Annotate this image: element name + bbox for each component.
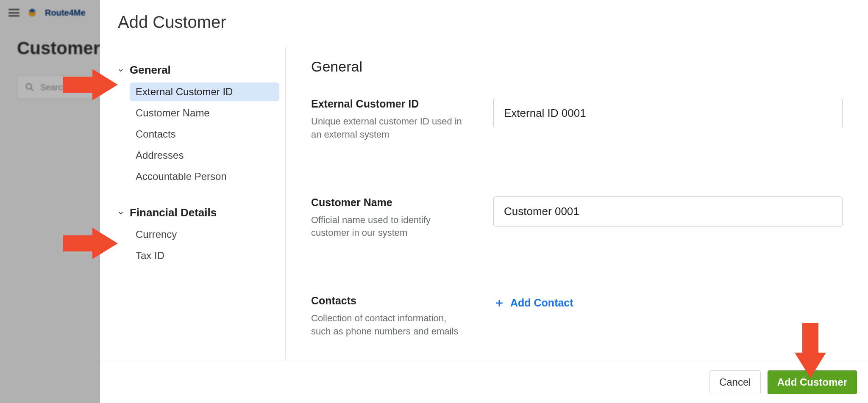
sidebar-item-addresses[interactable]: Addresses	[130, 146, 279, 165]
add-contact-button[interactable]: ＋ Add Contact	[493, 295, 573, 311]
cancel-button[interactable]: Cancel	[709, 370, 761, 394]
sidebar-item-tax-id[interactable]: Tax ID	[130, 246, 279, 265]
field-row-customer-name: Customer Name Official name used to iden…	[311, 196, 843, 240]
sidebar-header-label: General	[130, 63, 171, 77]
sidebar-item-customer-name[interactable]: Customer Name	[130, 104, 279, 122]
field-row-external-customer-id: External Customer ID Unique external cus…	[311, 98, 843, 141]
customer-name-input[interactable]	[493, 196, 843, 227]
add-customer-button[interactable]: Add Customer	[768, 370, 857, 394]
sidebar-item-currency[interactable]: Currency	[130, 225, 279, 244]
add-customer-modal: Add Customer General External Customer I…	[100, 0, 868, 403]
modal-title: Add Customer	[118, 13, 850, 32]
field-label: External Customer ID	[311, 98, 468, 110]
sidebar-header-general[interactable]: General	[117, 63, 279, 77]
modal-footer: Cancel Add Customer	[100, 361, 868, 403]
chevron-down-icon	[117, 209, 125, 217]
add-contact-label: Add Contact	[510, 297, 573, 309]
sidebar-header-label: Financial Details	[130, 206, 217, 219]
cancel-button-label: Cancel	[719, 376, 751, 388]
sidebar-item-external-customer-id[interactable]: External Customer ID	[130, 83, 279, 101]
form-content: General External Customer ID Unique exte…	[286, 47, 868, 361]
sidebar-section-financial: Financial Details Currency Tax ID	[117, 206, 279, 265]
field-label: Customer Name	[311, 196, 468, 209]
field-hint: Collection of contact information, such …	[311, 312, 468, 338]
modal-sidebar: General External Customer ID Customer Na…	[100, 47, 286, 361]
external-customer-id-input[interactable]	[493, 98, 843, 128]
field-hint: Official name used to identify customer …	[311, 214, 468, 240]
plus-icon: ＋	[493, 295, 505, 311]
form-section-title: General	[311, 58, 843, 75]
field-row-contacts: Contacts Collection of contact informati…	[311, 295, 843, 338]
sidebar-item-accountable-person[interactable]: Accountable Person	[130, 167, 279, 186]
field-hint: Unique external customer ID used in an e…	[311, 115, 468, 141]
sidebar-header-financial[interactable]: Financial Details	[117, 206, 279, 219]
modal-header: Add Customer	[100, 0, 868, 43]
sidebar-item-contacts[interactable]: Contacts	[130, 125, 279, 144]
add-customer-button-label: Add Customer	[777, 376, 847, 388]
sidebar-section-general: General External Customer ID Customer Na…	[117, 63, 279, 186]
chevron-down-icon	[117, 66, 125, 74]
field-label: Contacts	[311, 295, 468, 307]
